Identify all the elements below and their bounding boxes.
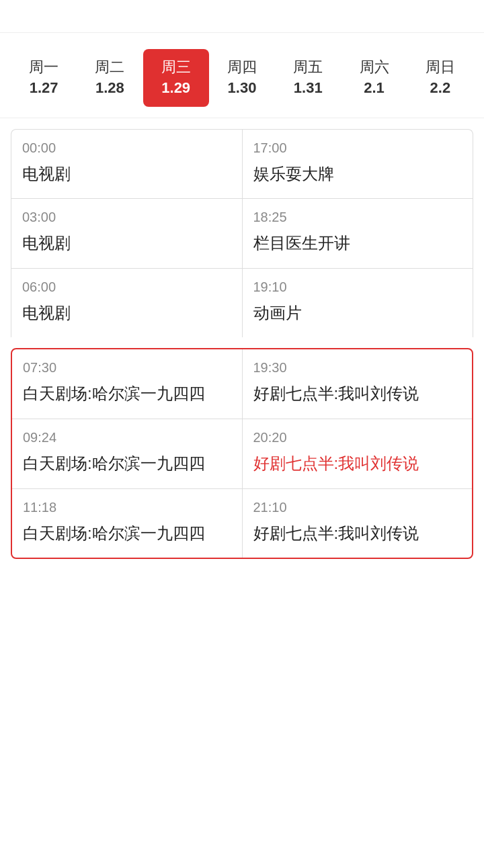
schedule-row: 03:00电视剧18:25栏目医生开讲	[11, 199, 473, 269]
program-right: 栏目医生开讲	[253, 232, 462, 255]
program-right: 娱乐耍大牌	[253, 163, 462, 185]
cell-right: 20:20好剧七点半:我叫刘传说	[243, 419, 473, 488]
time-right: 21:10	[253, 500, 462, 515]
schedule-row: 11:18白天剧场:哈尔滨一九四四21:10好剧七点半:我叫刘传说	[12, 489, 472, 558]
week-item-wed[interactable]: 周三1.29	[143, 49, 209, 107]
program-right: 动画片	[253, 302, 462, 324]
day-date-thu: 1.30	[228, 78, 257, 99]
cell-left: 09:24白天剧场:哈尔滨一九四四	[12, 419, 243, 488]
cell-right: 19:30好剧七点半:我叫刘传说	[243, 349, 473, 419]
schedule-row: 09:24白天剧场:哈尔滨一九四四20:20好剧七点半:我叫刘传说	[12, 419, 472, 489]
program-right: 好剧七点半:我叫刘传说	[253, 522, 462, 545]
time-left: 00:00	[22, 140, 231, 156]
time-right: 20:20	[253, 430, 462, 445]
program-left: 电视剧	[22, 302, 231, 324]
schedule-row: 00:00电视剧17:00娱乐耍大牌	[11, 130, 473, 200]
day-date-mon: 1.27	[30, 78, 58, 99]
cell-left: 06:00电视剧	[11, 269, 243, 338]
time-right: 18:25	[253, 210, 462, 225]
time-left: 03:00	[22, 210, 231, 225]
program-right: 好剧七点半:我叫刘传说	[253, 382, 462, 405]
cell-left: 07:30白天剧场:哈尔滨一九四四	[12, 349, 243, 419]
day-name-tue: 周二	[95, 57, 124, 78]
program-left: 电视剧	[22, 163, 231, 185]
program-left: 白天剧场:哈尔滨一九四四	[23, 452, 231, 475]
cell-left: 00:00电视剧	[11, 130, 243, 199]
time-left: 07:30	[23, 360, 231, 376]
cell-right: 19:10动画片	[243, 269, 473, 338]
day-date-wed: 1.29	[161, 78, 190, 99]
day-date-sat: 2.1	[364, 78, 385, 99]
schedule-row: 06:00电视剧19:10动画片	[11, 269, 473, 338]
day-name-thu: 周四	[227, 57, 257, 78]
day-date-sun: 2.2	[430, 78, 451, 99]
schedule-row: 07:30白天剧场:哈尔滨一九四四19:30好剧七点半:我叫刘传说	[12, 349, 472, 419]
program-left: 白天剧场:哈尔滨一九四四	[23, 382, 231, 405]
cell-left: 11:18白天剧场:哈尔滨一九四四	[12, 489, 243, 558]
day-name-sun: 周日	[426, 57, 455, 78]
day-name-fri: 周五	[293, 57, 323, 78]
cell-right: 21:10好剧七点半:我叫刘传说	[243, 489, 473, 558]
cell-right: 17:00娱乐耍大牌	[243, 130, 473, 199]
program-right: 好剧七点半:我叫刘传说	[253, 452, 462, 475]
week-item-fri[interactable]: 周五1.31	[275, 49, 341, 107]
day-date-fri: 1.31	[294, 78, 323, 99]
time-left: 09:24	[23, 430, 231, 445]
week-item-thu[interactable]: 周四1.30	[209, 49, 275, 107]
time-left: 06:00	[22, 279, 231, 295]
day-name-mon: 周一	[29, 57, 58, 78]
program-left: 白天剧场:哈尔滨一九四四	[23, 522, 231, 545]
highlight-schedule-wrapper: 07:30白天剧场:哈尔滨一九四四19:30好剧七点半:我叫刘传说09:24白天…	[11, 348, 473, 559]
cell-right: 18:25栏目医生开讲	[243, 199, 473, 268]
time-right: 19:30	[253, 360, 462, 376]
page-header	[0, 0, 484, 33]
week-item-mon[interactable]: 周一1.27	[11, 49, 77, 107]
top-schedule-wrapper: 00:00电视剧17:00娱乐耍大牌03:00电视剧18:25栏目医生开讲06:…	[11, 129, 473, 338]
day-name-sat: 周六	[360, 57, 389, 78]
program-left: 电视剧	[22, 232, 231, 255]
day-date-tue: 1.28	[95, 78, 124, 99]
week-item-sun[interactable]: 周日2.2	[407, 49, 473, 107]
day-name-wed: 周三	[161, 57, 191, 78]
time-left: 11:18	[23, 500, 231, 515]
time-right: 17:00	[253, 140, 462, 156]
week-item-tue[interactable]: 周二1.28	[77, 49, 143, 107]
cell-left: 03:00电视剧	[11, 199, 243, 268]
week-nav: 周一1.27周二1.28周三1.29周四1.30周五1.31周六2.1周日2.2	[0, 33, 484, 118]
week-item-sat[interactable]: 周六2.1	[341, 49, 407, 107]
time-right: 19:10	[253, 279, 462, 295]
